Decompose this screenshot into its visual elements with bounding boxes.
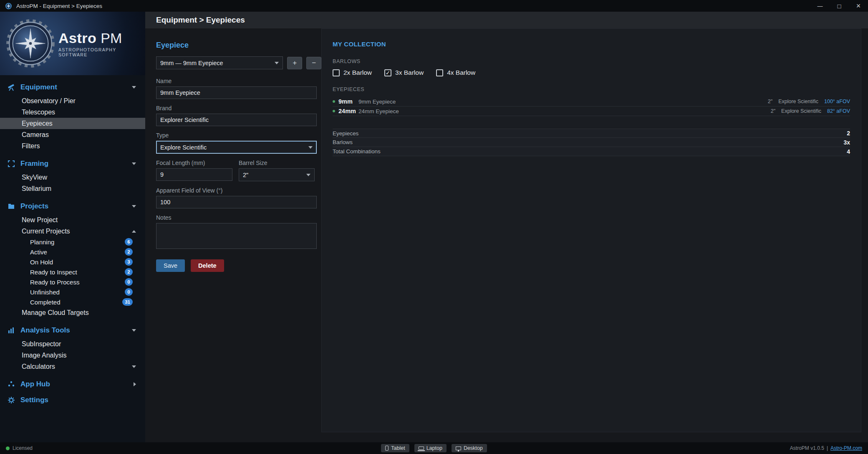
brand-block: Astro PM ASTROPHOTOGRAPHY SOFTWARE	[58, 30, 145, 57]
sidebar-item-filters[interactable]: Filters	[0, 140, 145, 152]
sidebar-item-unfinished[interactable]: Unfinished 0	[0, 287, 145, 297]
sidebar-item-current-projects[interactable]: Current Projects	[0, 226, 145, 237]
sidebar-item-ready-to-inspect[interactable]: Ready to Inspect 2	[0, 267, 145, 277]
website-link[interactable]: Astro-PM.com	[830, 445, 862, 451]
brand-name-secondary: PM	[101, 30, 122, 46]
count-badge: 0	[125, 288, 133, 296]
delete-button[interactable]: Delete	[191, 259, 224, 272]
sidebar-section-projects[interactable]: Projects	[0, 198, 145, 214]
sidebar-item-completed[interactable]: Completed 31	[0, 297, 145, 307]
summary-value: 3x	[843, 139, 850, 146]
compass-logo-icon	[6, 19, 55, 68]
bullet-icon	[333, 100, 335, 103]
sidebar-section-framing[interactable]: Framing	[0, 156, 145, 172]
bullet-icon	[333, 110, 335, 112]
item-label: Current Projects	[22, 228, 132, 235]
eyepiece-brand: Explore Scientific	[781, 108, 821, 114]
sidebar: Astro PM ASTROPHOTOGRAPHY SOFTWARE Equip…	[0, 12, 145, 442]
eyepiece-brand: Explore Scientific	[778, 99, 818, 104]
type-dropdown[interactable]: Explore Scientific	[156, 141, 317, 154]
desktop-icon	[456, 446, 461, 450]
barlow-2x-checkbox[interactable]: 2x Barlow	[333, 69, 372, 76]
item-label: Stellarium	[22, 185, 136, 193]
sidebar-item-cameras[interactable]: Cameras	[0, 129, 145, 140]
count-badge: 3	[125, 258, 133, 266]
name-label: Name	[156, 78, 321, 84]
sidebar-item-subinspector[interactable]: SubInspector	[0, 338, 145, 350]
save-button[interactable]: Save	[156, 259, 185, 272]
sidebar-section-app-hub[interactable]: App Hub	[0, 376, 145, 392]
minimize-icon[interactable]	[810, 0, 830, 12]
summary-value: 4	[847, 148, 850, 155]
sidebar-item-calculators[interactable]: Calculators	[0, 361, 145, 372]
eyepiece-focal: 24mm	[338, 108, 357, 114]
close-icon[interactable]	[849, 0, 868, 12]
summary-value: 2	[847, 130, 850, 137]
eyepiece-name: 9mm Eyepiece	[358, 99, 396, 105]
item-label: Active	[30, 249, 125, 256]
sidebar-item-planning[interactable]: Planning 6	[0, 237, 145, 247]
chevron-down-icon	[132, 365, 136, 368]
item-label: SkyView	[22, 174, 136, 181]
brand-name-primary: Astro	[58, 30, 96, 46]
eyepiece-row[interactable]: 24mm 24mm Eyepiece 2" Explore Scientific…	[333, 107, 850, 116]
checkbox-box	[384, 69, 391, 76]
sidebar-section-analysis-tools[interactable]: Analysis Tools	[0, 322, 145, 338]
selected-barrel-size: 2"	[243, 172, 303, 178]
sidebar-item-stellarium[interactable]: Stellarium	[0, 183, 145, 194]
maximize-icon[interactable]	[830, 0, 849, 12]
count-badge: 31	[122, 298, 133, 306]
app-logo-icon	[5, 3, 12, 10]
laptop-view-button[interactable]: Laptop	[414, 444, 447, 452]
window-controls	[810, 0, 868, 12]
desktop-view-button[interactable]: Desktop	[452, 444, 487, 452]
focal-length-input[interactable]	[156, 168, 232, 181]
name-input[interactable]	[156, 86, 317, 99]
eyepiece-focal: 9mm	[338, 98, 357, 105]
license-status-icon	[6, 446, 10, 450]
sidebar-item-skyview[interactable]: SkyView	[0, 172, 145, 183]
eyepiece-barrel: 2"	[771, 108, 775, 114]
item-label: Manage Cloud Targets	[22, 309, 136, 317]
sidebar-section-equipment[interactable]: Equipment	[0, 79, 145, 95]
selected-eyepiece: 9mm — 9mm Eyepiece	[160, 60, 271, 66]
tablet-view-button[interactable]: Tablet	[381, 444, 409, 452]
sidebar-item-observatory-pier[interactable]: Observatory / Pier	[0, 95, 145, 107]
eyepiece-row[interactable]: 9mm 9mm Eyepiece 2" Explore Scientific 1…	[333, 97, 850, 107]
section-label: Framing	[20, 160, 132, 168]
add-eyepiece-button[interactable]: +	[287, 57, 302, 69]
item-label: SubInspector	[22, 340, 136, 348]
sidebar-item-manage-cloud-targets[interactable]: Manage Cloud Targets	[0, 307, 145, 318]
chevron-down-icon	[132, 205, 136, 208]
device-label: Laptop	[426, 445, 442, 451]
sidebar-item-ready-to-process[interactable]: Ready to Process 0	[0, 277, 145, 287]
chevron-down-icon	[271, 57, 283, 69]
summary-row: Barlows 3x	[333, 138, 850, 147]
item-label: Completed	[30, 299, 122, 306]
chevron-up-icon	[132, 230, 136, 233]
gear-icon	[7, 396, 15, 405]
eyepiece-form: Eyepiece 9mm — 9mm Eyepiece + − Name Bra…	[145, 28, 321, 442]
afov-input[interactable]	[156, 196, 317, 208]
barlow-4x-checkbox[interactable]: 4x Barlow	[436, 69, 475, 76]
focal-length-label: Focal Length (mm)	[156, 160, 232, 166]
window-title: AstroPM - Equipment > Eyepieces	[16, 3, 102, 9]
sidebar-item-active[interactable]: Active 2	[0, 247, 145, 257]
brand-input[interactable]	[156, 114, 317, 126]
barrel-size-dropdown[interactable]: 2"	[239, 168, 315, 181]
eyepiece-selector-dropdown[interactable]: 9mm — 9mm Eyepiece	[156, 56, 283, 69]
app-logo: Astro PM ASTROPHOTOGRAPHY SOFTWARE	[0, 12, 145, 75]
notes-textarea[interactable]	[156, 223, 317, 249]
count-badge: 0	[125, 278, 133, 286]
sidebar-item-new-project[interactable]: New Project	[0, 214, 145, 226]
sidebar-item-image-analysis[interactable]: Image Analysis	[0, 350, 145, 361]
remove-eyepiece-button[interactable]: −	[306, 57, 321, 69]
checkbox-box	[436, 69, 443, 76]
framing-icon	[7, 160, 15, 168]
sidebar-item-telescopes[interactable]: Telescopes	[0, 107, 145, 118]
sidebar-item-eyepieces[interactable]: Eyepieces	[0, 118, 145, 129]
sidebar-item-settings[interactable]: Settings	[0, 392, 145, 408]
barlow-3x-checkbox[interactable]: 3x Barlow	[384, 69, 424, 76]
statusbar: Licensed Tablet Laptop Desktop AstroPM v…	[0, 442, 868, 454]
sidebar-item-on-hold[interactable]: On Hold 3	[0, 257, 145, 267]
